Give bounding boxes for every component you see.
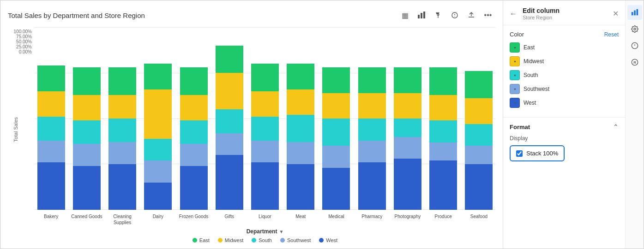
panel-title: Edit column — [523, 7, 609, 14]
rail-r-button[interactable]: R — [627, 55, 642, 70]
color-swatch-east[interactable]: ▼ — [510, 42, 520, 53]
bars-container — [35, 27, 495, 212]
table-view-button[interactable]: ▦ — [397, 8, 412, 23]
share-button[interactable] — [464, 8, 479, 23]
x-label: Pharmacy — [355, 213, 388, 225]
format-section-header[interactable]: Format ⌃ — [510, 123, 619, 130]
svg-rect-6 — [631, 12, 633, 15]
insights-button[interactable] — [447, 8, 462, 23]
stacked-bar[interactable] — [108, 27, 136, 210]
panel-close-button[interactable]: ✕ — [613, 9, 619, 18]
legend-dot — [193, 238, 197, 243]
bar-group — [106, 27, 138, 210]
color-section-header: Color Reset — [510, 31, 619, 38]
svg-text:R: R — [633, 60, 636, 65]
toolbar: ▦ ••• — [397, 8, 495, 23]
stacked-bar[interactable] — [144, 27, 172, 210]
bar-segment-west — [180, 166, 208, 210]
svg-rect-7 — [634, 11, 636, 16]
x-label: Medical — [320, 213, 353, 225]
panel-content: ← Edit column Store Region ✕ Color Reset… — [503, 0, 625, 249]
color-row-west: ▼ West — [510, 98, 619, 108]
color-row-label: Southwest — [524, 86, 549, 92]
legend-dot — [218, 238, 223, 243]
bar-segment-east — [216, 46, 243, 73]
bar-segment-west — [108, 164, 136, 210]
stack100-checkbox-row[interactable]: Stack 100% — [510, 145, 565, 161]
stacked-bar[interactable] — [429, 27, 457, 210]
bar-group — [248, 27, 281, 210]
bar-segment-east — [287, 64, 314, 89]
panel-subtitle: Store Region — [523, 15, 609, 20]
chart-view-button[interactable] — [414, 8, 429, 23]
bar-segment-east — [322, 67, 350, 93]
stacked-bar[interactable] — [358, 27, 386, 210]
more-options-button[interactable]: ••• — [481, 8, 495, 23]
bar-segment-south — [287, 115, 314, 142]
stack100-checkbox[interactable] — [516, 150, 523, 157]
bar-segment-west — [429, 160, 457, 210]
panel-header: ← Edit column Store Region ✕ — [503, 0, 625, 25]
stack100-label[interactable]: Stack 100% — [526, 150, 558, 157]
color-row-label: West — [524, 100, 536, 106]
bar-segment-south — [37, 117, 65, 140]
bar-segment-south — [358, 119, 386, 141]
x-label: Dairy — [142, 213, 175, 225]
stacked-bar[interactable] — [251, 27, 279, 210]
x-label: Bakery — [35, 213, 67, 225]
bar-group — [213, 27, 246, 210]
bar-segment-east — [429, 67, 457, 95]
stacked-bar[interactable] — [394, 27, 421, 210]
pin-button[interactable] — [431, 8, 445, 23]
rail-chart-button[interactable] — [627, 5, 642, 20]
legend-label: Southwest — [287, 237, 311, 243]
bar-segment-south — [251, 117, 279, 140]
stacked-bar[interactable] — [37, 27, 65, 210]
edit-panel: ← Edit column Store Region ✕ Color Reset… — [503, 0, 644, 249]
color-row-south: ▼ South — [510, 70, 619, 80]
bar-segment-south — [394, 119, 421, 137]
bar-segment-southwest — [465, 146, 493, 164]
bar-segment-south — [465, 124, 493, 146]
color-swatch-midwest[interactable]: ▼ — [510, 56, 520, 66]
legend-dot — [280, 238, 285, 243]
bar-group — [355, 27, 388, 210]
stacked-bar[interactable] — [73, 27, 101, 210]
bar-segment-east — [180, 67, 208, 95]
panel-title-block: Edit column Store Region — [523, 7, 609, 20]
stacked-bar[interactable] — [287, 27, 314, 210]
legend-item-midwest: Midwest — [218, 237, 243, 243]
bar-segment-southwest — [108, 142, 136, 164]
reset-button[interactable]: Reset — [604, 31, 619, 38]
color-swatch-west[interactable]: ▼ — [510, 98, 520, 108]
stacked-bar[interactable] — [322, 27, 350, 210]
bar-segment-west — [287, 164, 314, 210]
bar-segment-west — [73, 166, 101, 210]
bar-segment-southwest — [180, 144, 208, 166]
bar-group — [35, 27, 67, 210]
x-label: Meat — [284, 213, 317, 225]
stacked-bar[interactable] — [180, 27, 208, 210]
color-section-label: Color — [510, 31, 524, 38]
svg-rect-8 — [636, 9, 638, 15]
color-section: Color Reset ▼ East ▼ Midwest ▼ South ▼ S… — [503, 25, 625, 118]
bar-segment-southwest — [287, 142, 314, 164]
format-label: Format — [510, 124, 530, 130]
rail-settings-button[interactable] — [627, 22, 642, 36]
color-swatch-southwest[interactable]: ▼ — [510, 84, 520, 94]
bar-segment-west — [358, 162, 386, 210]
y-tick-0: 0.00% — [19, 49, 32, 54]
color-swatch-south[interactable]: ▼ — [510, 70, 520, 80]
rail-info-button[interactable] — [627, 38, 642, 53]
bar-group — [427, 27, 460, 210]
bar-segment-midwest — [465, 98, 493, 124]
legend: EastMidwestSouthSouthwestWest — [35, 237, 495, 245]
legend-label: Midwest — [225, 237, 243, 243]
panel-back-button[interactable]: ← — [508, 9, 519, 19]
bar-segment-south — [73, 120, 101, 144]
bar-segment-east — [144, 64, 172, 89]
svg-point-9 — [634, 28, 636, 30]
stacked-bar[interactable] — [465, 27, 493, 210]
bar-segment-southwest — [429, 142, 457, 161]
stacked-bar[interactable] — [216, 27, 243, 210]
